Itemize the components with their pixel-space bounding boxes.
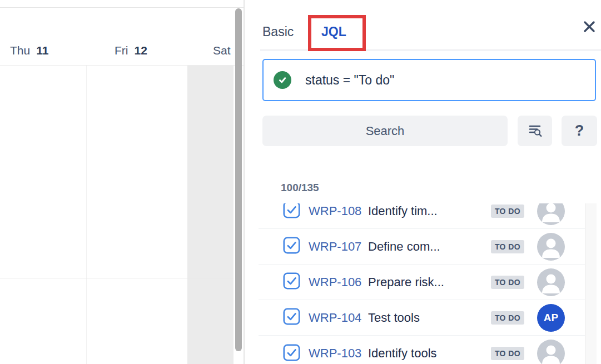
task-checkbox-icon[interactable] bbox=[283, 308, 300, 327]
weekend-column bbox=[187, 66, 234, 364]
close-icon bbox=[583, 20, 596, 36]
task-checkbox-icon[interactable] bbox=[283, 203, 300, 221]
issue-key[interactable]: WRP-108 bbox=[309, 204, 368, 218]
status-badge: TO DO bbox=[491, 276, 524, 289]
issue-row[interactable]: WRP-107 Define com... TO DO bbox=[259, 229, 585, 265]
search-issues-panel: Basic JQL status = "To do" Search bbox=[245, 0, 601, 364]
avatar bbox=[537, 340, 565, 364]
issue-list: WRP-108 Identify tim... TO DO WRP-107 De… bbox=[245, 203, 585, 364]
calendar-top-border bbox=[0, 7, 244, 8]
filter-search-icon bbox=[527, 122, 543, 139]
issue-list-scrollbar-track[interactable] bbox=[585, 203, 597, 364]
issue-key[interactable]: WRP-104 bbox=[309, 311, 368, 325]
filter-search-button[interactable] bbox=[518, 116, 552, 146]
search-button[interactable]: Search bbox=[262, 116, 508, 146]
day-number: 11 bbox=[36, 44, 48, 57]
check-circle-icon bbox=[274, 71, 291, 89]
status-badge: TO DO bbox=[491, 311, 524, 325]
jql-query-text: status = "To do" bbox=[305, 73, 394, 88]
tab-basic[interactable]: Basic bbox=[262, 24, 294, 39]
person-icon bbox=[537, 203, 565, 225]
issue-key[interactable]: WRP-103 bbox=[309, 346, 368, 361]
status-badge: TO DO bbox=[491, 205, 524, 218]
help-button[interactable]: ? bbox=[562, 116, 597, 146]
jql-query-input[interactable]: status = "To do" bbox=[262, 59, 596, 101]
avatar bbox=[537, 268, 565, 296]
day-name: Thu bbox=[10, 44, 30, 57]
calendar-day-header-thu: Thu 11 bbox=[10, 44, 48, 57]
question-mark-icon: ? bbox=[575, 122, 584, 139]
avatar-initials: AP bbox=[544, 312, 558, 324]
person-icon bbox=[537, 340, 565, 364]
status-badge: TO DO bbox=[491, 240, 524, 253]
day-name: Sat bbox=[213, 44, 231, 57]
person-icon bbox=[537, 268, 565, 296]
issue-key[interactable]: WRP-106 bbox=[309, 275, 368, 290]
day-number: 12 bbox=[135, 44, 147, 57]
issue-key[interactable]: WRP-107 bbox=[309, 240, 368, 254]
close-button[interactable] bbox=[582, 20, 597, 36]
calendar-panel: Thu 11 Fri 12 Sat bbox=[0, 0, 244, 364]
issue-list-viewport: WRP-108 Identify tim... TO DO WRP-107 De… bbox=[245, 203, 585, 364]
calendar-week-divider bbox=[0, 278, 234, 278]
avatar bbox=[537, 233, 565, 261]
calendar-column-divider bbox=[86, 66, 87, 364]
issue-title: Identify tim... bbox=[368, 204, 438, 218]
calendar-scrollbar-thumb[interactable] bbox=[235, 8, 242, 351]
avatar bbox=[537, 203, 565, 225]
app-window: Thu 11 Fri 12 Sat Basic JQL bbox=[0, 0, 601, 364]
task-checkbox-icon[interactable] bbox=[283, 237, 300, 256]
issue-row[interactable]: WRP-104 Test tools TO DO AP bbox=[259, 300, 585, 336]
issue-title: Identify tools bbox=[368, 346, 437, 361]
avatar: AP bbox=[537, 304, 565, 332]
issue-title: Test tools bbox=[368, 311, 420, 325]
person-icon bbox=[537, 233, 565, 261]
issue-title: Define com... bbox=[368, 240, 440, 254]
issue-title: Prepare risk... bbox=[368, 275, 444, 290]
jql-annotation-box bbox=[308, 15, 366, 51]
status-badge: TO DO bbox=[491, 347, 524, 360]
task-checkbox-icon[interactable] bbox=[283, 344, 300, 363]
task-checkbox-icon[interactable] bbox=[283, 272, 300, 292]
calendar-day-header-sat: Sat bbox=[213, 44, 237, 57]
issue-row[interactable]: WRP-106 Prepare risk... TO DO bbox=[259, 265, 585, 300]
result-count: 100/135 bbox=[281, 182, 319, 194]
issue-row[interactable]: WRP-108 Identify tim... TO DO bbox=[259, 203, 585, 229]
issue-row[interactable]: WRP-103 Identify tools TO DO bbox=[259, 336, 585, 364]
day-name: Fri bbox=[115, 44, 128, 57]
calendar-day-header-fri: Fri 12 bbox=[115, 44, 147, 57]
